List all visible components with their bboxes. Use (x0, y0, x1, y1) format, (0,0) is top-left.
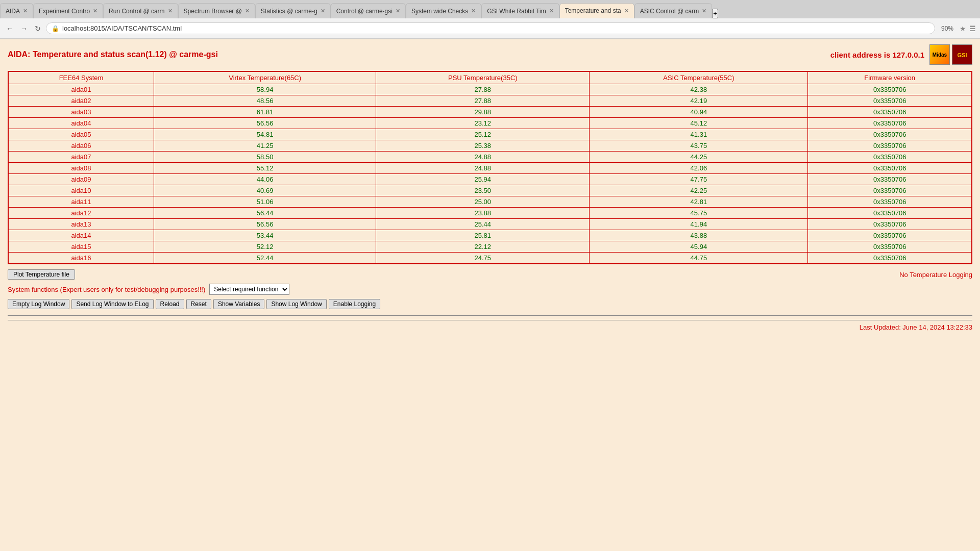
tab-control[interactable]: Control @ carme-gsi ✕ (331, 3, 406, 18)
data-cell: 43.75 (590, 140, 808, 152)
system-name-cell: aida10 (8, 185, 154, 196)
new-tab-button[interactable]: + (712, 9, 718, 18)
data-cell: 25.38 (376, 140, 590, 152)
browser-toolbar-extra: ☰ (969, 24, 976, 33)
col-header-asic: ASIC Temperature(55C) (590, 71, 808, 84)
page-title: AIDA: Temperature and status scan(1.12) … (8, 50, 218, 59)
data-cell: 54.81 (154, 129, 376, 140)
show-variables-button[interactable]: Show Variables (213, 299, 265, 309)
data-cell: 24.88 (376, 163, 590, 174)
data-cell: 45.75 (590, 208, 808, 219)
forward-button[interactable]: → (18, 23, 30, 34)
table-row: aida0361.8129.8840.940x3350706 (8, 107, 972, 118)
tab-bar: AIDA ✕ Experiment Contro ✕ Run Control @… (0, 0, 980, 18)
data-cell: 51.06 (154, 196, 376, 208)
tab-gsi-white-rabbit[interactable]: GSI White Rabbit Tim ✕ (481, 3, 559, 18)
function-select[interactable]: Select required function (209, 284, 289, 295)
tab-experiment-control[interactable]: Experiment Contro ✕ (33, 3, 103, 18)
col-header-virtex: Virtex Temperature(65C) (154, 71, 376, 84)
close-icon[interactable]: ✕ (471, 8, 476, 14)
tab-temperature[interactable]: Temperature and sta ✕ (559, 3, 634, 18)
plot-temperature-button[interactable]: Plot Temperature file (8, 269, 75, 280)
reload-button[interactable]: Reload (156, 299, 184, 309)
data-cell: 24.75 (376, 253, 590, 264)
address-input[interactable]: 🔒 localhost:8015/AIDA/TSCAN/TSCAN.tml (46, 22, 935, 34)
data-cell: 53.44 (154, 230, 376, 241)
zoom-level: 90% (938, 25, 957, 32)
data-cell: 42.38 (590, 84, 808, 95)
tab-label: Experiment Contro (39, 8, 90, 15)
system-functions-label: System functions (Expert users only for … (8, 286, 205, 293)
data-cell: 41.25 (154, 140, 376, 152)
tab-asic-control[interactable]: ASIC Control @ carm ✕ (634, 3, 713, 18)
data-cell: 25.00 (376, 196, 590, 208)
tab-statistics[interactable]: Statistics @ carme-g ✕ (255, 3, 331, 18)
close-icon[interactable]: ✕ (245, 8, 250, 14)
system-functions-row: System functions (Expert users only for … (8, 284, 972, 295)
tab-aida[interactable]: AIDA ✕ (0, 3, 33, 18)
data-cell: 0x3350706 (808, 152, 972, 163)
close-icon[interactable]: ✕ (549, 8, 554, 14)
close-icon[interactable]: ✕ (23, 8, 28, 14)
table-row: aida1040.6923.5042.250x3350706 (8, 185, 972, 196)
data-cell: 41.94 (590, 219, 808, 230)
table-row: aida0944.0625.9447.750x3350706 (8, 174, 972, 185)
data-cell: 0x3350706 (808, 219, 972, 230)
reset-button[interactable]: Reset (186, 299, 211, 309)
data-cell: 25.81 (376, 230, 590, 241)
tab-system-checks[interactable]: System wide Checks ✕ (406, 3, 481, 18)
plot-btn-area: Plot Temperature file (8, 269, 75, 280)
reload-button[interactable]: ↻ (33, 23, 43, 34)
system-name-cell: aida07 (8, 152, 154, 163)
bookmark-icon[interactable]: ★ (960, 24, 966, 33)
close-icon[interactable]: ✕ (168, 8, 173, 14)
data-cell: 27.88 (376, 95, 590, 107)
close-icon[interactable]: ✕ (93, 8, 97, 14)
tab-label: ASIC Control @ carm (640, 8, 699, 15)
data-cell: 41.31 (590, 129, 808, 140)
empty-log-window-button[interactable]: Empty Log Window (8, 299, 69, 309)
data-cell: 56.44 (154, 208, 376, 219)
data-cell: 0x3350706 (808, 163, 972, 174)
tab-spectrum-browser[interactable]: Spectrum Browser @ ✕ (178, 3, 255, 18)
client-address: client address is 127.0.0.1 (830, 51, 924, 59)
data-cell: 42.81 (590, 196, 808, 208)
data-cell: 44.06 (154, 174, 376, 185)
data-cell: 56.56 (154, 118, 376, 129)
data-cell: 27.88 (376, 84, 590, 95)
page-content: AIDA: Temperature and status scan(1.12) … (0, 39, 980, 551)
divider (8, 315, 972, 316)
back-button[interactable]: ← (4, 23, 15, 34)
tab-label: AIDA (6, 8, 20, 15)
system-name-cell: aida15 (8, 241, 154, 253)
system-name-cell: aida16 (8, 253, 154, 264)
close-icon[interactable]: ✕ (624, 8, 629, 14)
page-header: AIDA: Temperature and status scan(1.12) … (8, 44, 972, 65)
lock-icon: 🔒 (52, 25, 59, 32)
tab-run-control[interactable]: Run Control @ carm ✕ (103, 3, 178, 18)
controls-row: Plot Temperature file No Temperature Log… (8, 269, 972, 280)
data-cell: 43.88 (590, 230, 808, 241)
extensions-icon[interactable]: ☰ (969, 24, 976, 33)
data-cell: 23.12 (376, 118, 590, 129)
close-icon[interactable]: ✕ (321, 8, 325, 14)
close-icon[interactable]: ✕ (702, 8, 706, 14)
data-cell: 22.12 (376, 241, 590, 253)
data-cell: 0x3350706 (808, 95, 972, 107)
table-row: aida0855.1224.8842.060x3350706 (8, 163, 972, 174)
data-cell: 0x3350706 (808, 140, 972, 152)
show-log-window-button[interactable]: Show Log Window (266, 299, 326, 309)
svg-text:GSI: GSI (958, 52, 967, 58)
data-cell: 58.50 (154, 152, 376, 163)
no-logging-status: No Temperature Logging (899, 271, 972, 279)
table-row: aida0456.5623.1245.120x3350706 (8, 118, 972, 129)
data-cell: 0x3350706 (808, 230, 972, 241)
table-header-row: FEE64 System Virtex Temperature(65C) PSU… (8, 71, 972, 84)
tab-label: Control @ carme-gsi (336, 8, 393, 15)
enable-logging-button[interactable]: Enable Logging (329, 299, 380, 309)
data-cell: 23.88 (376, 208, 590, 219)
close-icon[interactable]: ✕ (396, 8, 400, 14)
data-cell: 0x3350706 (808, 185, 972, 196)
send-log-to-elog-button[interactable]: Send Log Window to ELog (71, 299, 153, 309)
col-header-psu: PSU Temperature(35C) (376, 71, 590, 84)
